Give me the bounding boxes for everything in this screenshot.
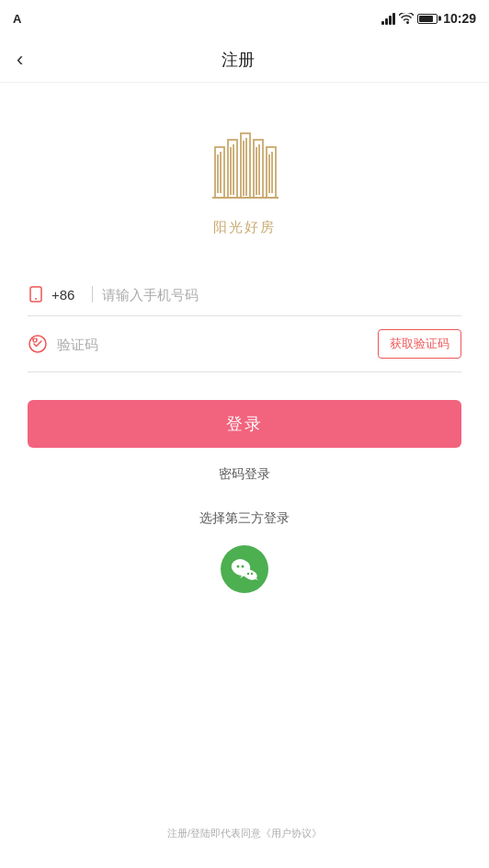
back-button[interactable]: ‹: [17, 50, 23, 70]
phone-icon: [28, 286, 44, 303]
app-logo-icon: [208, 129, 281, 211]
svg-rect-6: [241, 133, 250, 198]
wechat-icon: [231, 557, 258, 581]
input-divider: [92, 286, 93, 303]
app-indicator: A: [13, 12, 21, 26]
svg-rect-3: [228, 140, 237, 198]
get-verify-code-button[interactable]: 获取验证码: [378, 329, 461, 359]
page-title: 注册: [222, 49, 255, 71]
svg-point-25: [251, 573, 253, 575]
logo-area: 阳光好房: [208, 129, 281, 236]
wifi-icon: [399, 13, 414, 25]
svg-point-23: [242, 565, 244, 568]
verify-input-row: 获取验证码: [28, 316, 461, 372]
phone-prefix: +86: [28, 286, 92, 303]
battery-icon: [417, 14, 438, 24]
phone-input-row: +86: [28, 273, 461, 316]
verify-code-icon: [28, 334, 48, 354]
form-area: +86 获取验证码: [28, 273, 461, 372]
login-button[interactable]: 登录: [28, 400, 461, 448]
svg-point-24: [247, 573, 249, 575]
third-party-section: 选择第三方登录: [28, 510, 461, 593]
status-bar: A 10:29: [0, 0, 489, 37]
third-party-title: 选择第三方登录: [199, 510, 290, 527]
main-content: 阳光好房 +86: [0, 83, 489, 593]
svg-rect-0: [215, 147, 224, 198]
password-login-link[interactable]: 密码登录: [219, 466, 270, 483]
wechat-login-button[interactable]: [221, 545, 268, 593]
logo-text: 阳光好房: [213, 219, 276, 236]
top-nav: ‹ 注册: [0, 37, 489, 83]
phone-country-code: +86: [51, 287, 74, 303]
svg-rect-9: [254, 140, 263, 198]
verify-code-input[interactable]: [57, 337, 378, 352]
signal-icon: [381, 13, 395, 25]
status-time: 10:29: [443, 11, 476, 26]
svg-rect-12: [267, 147, 276, 198]
status-icons: 10:29: [381, 11, 476, 26]
svg-point-22: [237, 565, 240, 568]
bottom-agreement-text: 注册/登陆即代表同意《用户协议》: [0, 827, 489, 840]
phone-input[interactable]: [102, 287, 461, 303]
svg-point-17: [35, 298, 37, 300]
